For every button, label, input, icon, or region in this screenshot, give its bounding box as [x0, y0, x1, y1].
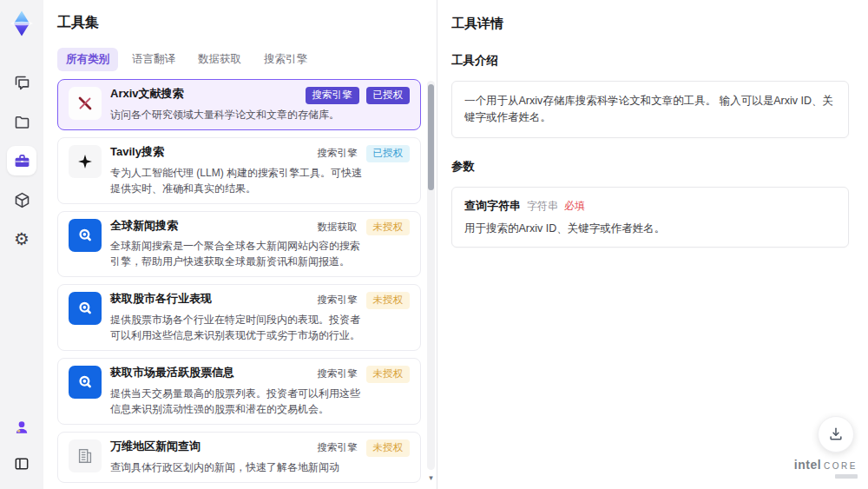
- param-type: 字符串: [527, 199, 558, 214]
- tool-auth-badge: 未授权: [366, 439, 411, 457]
- tab-搜索引擎[interactable]: 搜索引擎: [255, 48, 316, 71]
- arxiv-logo-icon: [69, 87, 102, 120]
- tool-card[interactable]: Arxiv文献搜索 搜索引擎 已授权 访问各个研究领域大量科学论文和文章的存储库…: [57, 79, 421, 130]
- tool-name: 万维地区新闻查询: [110, 439, 201, 454]
- blue-search-icon: [69, 366, 102, 399]
- blue-search-icon: [69, 219, 102, 252]
- intel-logo-bar: [835, 474, 858, 479]
- intro-heading: 工具介绍: [451, 53, 849, 69]
- user-avatar-icon[interactable]: [7, 413, 36, 442]
- tool-card[interactable]: Tavily搜索 搜索引擎 已授权 专为人工智能代理 (LLM) 构建的搜索引擎…: [57, 137, 421, 204]
- package-icon[interactable]: [7, 185, 36, 215]
- tool-card[interactable]: 全球新闻搜索 数据获取 未授权 全球新闻搜索是一个聚合全球各大新闻网站内容的搜索…: [57, 211, 421, 278]
- param-name: 查询字符串: [464, 198, 521, 214]
- tab-语言翻译[interactable]: 语言翻译: [123, 48, 184, 71]
- tool-category-badge: 搜索引擎: [316, 292, 359, 309]
- app-logo-icon[interactable]: [5, 7, 38, 40]
- tool-name: 全球新闻搜索: [110, 219, 178, 234]
- tool-card[interactable]: 万维地区新闻查询 搜索引擎 未授权 查询具体行政区划内的新闻，快速了解各地新闻动: [57, 432, 421, 483]
- tool-description: 提供当天交易量最高的股票列表。投资者可以利用这些信息来识别流动性强的股票和潜在的…: [110, 386, 366, 417]
- tool-description: 全球新闻搜索是一个聚合全球各大新闻网站内容的搜索引擎，帮助用户快速获取全球最新资…: [110, 238, 366, 269]
- tool-auth-badge: 已授权: [366, 87, 411, 104]
- tool-name: 获取股市各行业表现: [110, 292, 212, 307]
- newspaper-icon: [69, 439, 102, 472]
- tool-category-badge: 搜索引擎: [316, 366, 359, 383]
- blue-search-icon: [69, 292, 102, 325]
- download-button[interactable]: [818, 416, 854, 453]
- tool-list: Arxiv文献搜索 搜索引擎 已授权 访问各个研究领域大量科学论文和文章的存储库…: [57, 79, 437, 489]
- intel-core-logo: intel CORE: [794, 458, 858, 479]
- tool-category-badge: 搜索引擎: [306, 87, 359, 104]
- chat-icon[interactable]: [7, 68, 36, 97]
- tool-auth-badge: 未授权: [366, 366, 411, 383]
- scroll-down-arrow-icon[interactable]: ▾: [427, 474, 435, 482]
- download-icon: [827, 426, 845, 443]
- tool-category-badge: 数据获取: [316, 219, 359, 236]
- detail-title: 工具详情: [451, 16, 849, 32]
- intro-box: 一个用于从Arxiv存储库搜索科学论文和文章的工具。 输入可以是Arxiv ID…: [451, 81, 849, 138]
- tab-所有类别[interactable]: 所有类别: [57, 48, 118, 71]
- tool-auth-badge: 未授权: [366, 292, 411, 309]
- param-box: 查询字符串 字符串 必填 用于搜索的Arxiv ID、关键字或作者姓名。: [451, 187, 849, 248]
- tab-数据获取[interactable]: 数据获取: [189, 48, 250, 71]
- page-title: 工具集: [57, 14, 437, 32]
- tool-detail-pane: 工具详情 工具介绍 一个用于从Arxiv存储库搜索科学论文和文章的工具。 输入可…: [437, 0, 868, 489]
- tool-name: 获取市场最活跃股票信息: [110, 366, 234, 380]
- tool-card[interactable]: 获取市场最活跃股票信息 搜索引擎 未授权 提供当天交易量最高的股票列表。投资者可…: [57, 358, 421, 425]
- tool-auth-badge: 已授权: [366, 145, 411, 162]
- sparkle-icon: [69, 145, 102, 178]
- tool-auth-badge: 未授权: [366, 219, 411, 236]
- param-header: 查询字符串 字符串 必填: [464, 198, 836, 214]
- toolbox-icon[interactable]: [7, 146, 36, 175]
- scrollbar-track[interactable]: [427, 81, 435, 470]
- sidebar: ⚙: [0, 0, 43, 489]
- param-description: 用于搜索的Arxiv ID、关键字或作者姓名。: [464, 221, 836, 237]
- tool-category-badge: 搜索引擎: [316, 439, 359, 457]
- intro-text: 一个用于从Arxiv存储库搜索科学论文和文章的工具。 输入可以是Arxiv ID…: [464, 93, 836, 126]
- category-tabs: 所有类别语言翻译数据获取搜索引擎: [57, 48, 437, 71]
- settings-icon[interactable]: ⚙: [7, 224, 36, 254]
- tool-name: Arxiv文献搜索: [110, 87, 184, 102]
- tool-description: 访问各个研究领域大量科学论文和文章的存储库。: [110, 107, 366, 122]
- tool-description: 提供股票市场各个行业在特定时间段内的表现。投资者可以利用这些信息来识别表现优于或…: [110, 312, 366, 343]
- params-heading: 参数: [451, 159, 849, 175]
- folder-icon[interactable]: [7, 107, 36, 136]
- tool-category-badge: 搜索引擎: [316, 145, 359, 162]
- tool-card[interactable]: 获取股市各行业表现 搜索引擎 未授权 提供股票市场各个行业在特定时间段内的表现。…: [57, 284, 421, 351]
- scrollbar-thumb[interactable]: [428, 84, 434, 190]
- tool-description: 查询具体行政区划内的新闻，快速了解各地新闻动: [110, 459, 366, 475]
- tool-list-pane: 工具集 所有类别语言翻译数据获取搜索引擎 Arxiv文献搜索 搜索引擎 已授权 …: [43, 0, 437, 489]
- sidebar-nav: ⚙: [7, 68, 36, 254]
- sidebar-bottom: [7, 413, 36, 479]
- param-required-badge: 必填: [564, 199, 585, 214]
- tool-description: 专为人工智能代理 (LLM) 构建的搜索引擎工具。可快速提供实时、准确和真实的结…: [110, 165, 366, 196]
- panel-toggle-icon[interactable]: [7, 449, 36, 479]
- tool-name: Tavily搜索: [110, 145, 164, 160]
- app-window: ⚙ 工具集 所有类别语言翻译数据获取搜索引擎: [0, 0, 868, 489]
